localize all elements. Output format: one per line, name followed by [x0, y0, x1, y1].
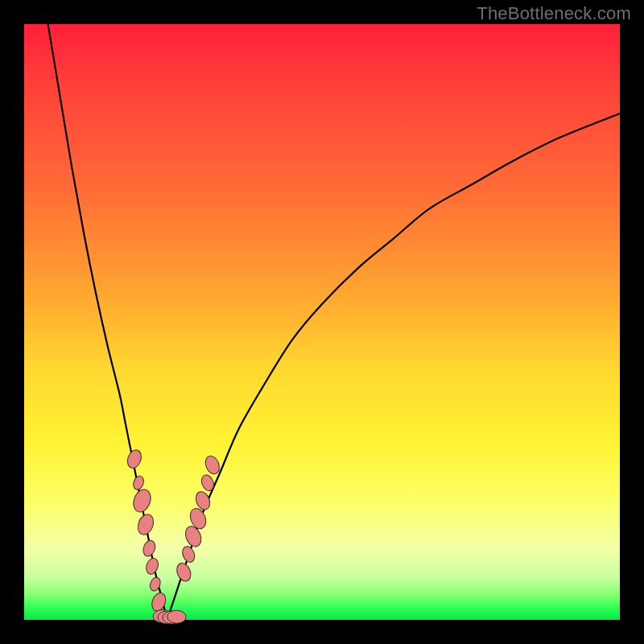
data-marker: [125, 448, 143, 470]
data-marker: [135, 512, 156, 537]
data-marker: [180, 545, 197, 564]
plot-area: [24, 24, 620, 620]
curve-right-branch: [167, 114, 620, 620]
chart-svg: [24, 24, 620, 620]
data-marker: [167, 610, 186, 623]
watermark-text: TheBottleneck.com: [477, 3, 631, 24]
data-marker: [130, 487, 154, 514]
data-marker: [144, 556, 160, 576]
data-marker: [141, 539, 157, 558]
data-marker: [131, 475, 145, 491]
chart-frame: TheBottleneck.com: [0, 0, 644, 644]
data-marker: [175, 561, 194, 584]
data-markers: [125, 448, 221, 624]
